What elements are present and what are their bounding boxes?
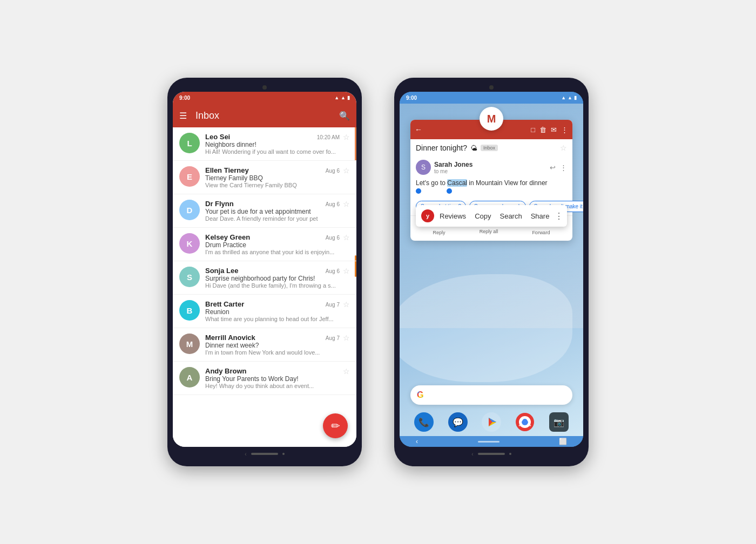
email-row-8[interactable]: A Andy Brown Bring Your Parents to Work … (173, 362, 356, 395)
back-chevron-2[interactable]: ‹ (471, 451, 473, 457)
star-icon-8[interactable]: ☆ (343, 367, 350, 376)
archive-icon[interactable]: □ (531, 126, 535, 134)
star-icon-1[interactable]: ☆ (343, 133, 350, 141)
dock-camera[interactable]: 📷 (549, 412, 569, 432)
recents-dot[interactable] (282, 453, 285, 455)
popup-more-icon[interactable]: ⋮ (555, 211, 563, 221)
avatar-4: K (179, 233, 200, 254)
recents-card: M ← □ 🗑 ✉ ⋮ Dinner tonight? (410, 120, 572, 241)
email-time-2: Aug 6 (326, 168, 340, 174)
popup-reviews[interactable]: Reviews (436, 212, 469, 220)
email-subject-8: Bring Your Parents to Work Day! (205, 375, 340, 383)
email-preview-2: View the Card Tierney Family BBQ (205, 182, 340, 188)
phone-1: 9:00 ▲ ▲ ▮ ☰ Inbox 🔍 L Leo Sei (167, 78, 362, 466)
email-row-3[interactable]: D Dr Flynn Aug 6 Your pet is due for a v… (173, 194, 356, 228)
sender-name-8: Andy Brown (205, 367, 247, 375)
star-icon-2[interactable]: ☆ (343, 166, 350, 175)
email-preview-7: I'm in town from New York and would love… (205, 349, 340, 356)
email-content-6: Brett Carter Aug 7 Reunion What time are… (205, 300, 340, 322)
reply-quick-icon[interactable]: ↩ (550, 164, 556, 172)
email-detail-header: Dinner tonight? 🌤 Inbox ☆ (410, 139, 572, 157)
battery-icon: ▮ (347, 95, 350, 100)
bottom-bar: ‹ (173, 449, 356, 459)
popup-share[interactable]: Share (528, 212, 553, 220)
nav-back-2[interactable]: ‹ (416, 438, 418, 445)
recents-dot-2[interactable] (509, 453, 511, 455)
sender-name-2: Ellen Tierney (205, 166, 249, 174)
email-time-1: 10:20 AM (317, 134, 340, 140)
hamburger-menu[interactable]: ☰ (179, 111, 187, 121)
body-text-after: in Mountain View for dinner (467, 179, 548, 187)
signal-icon: ▲ (341, 95, 346, 100)
email-row-1[interactable]: L Leo Sei 10:20 AM Neighbors dinner! Hi … (173, 127, 356, 161)
star-icon-7[interactable]: ☆ (343, 334, 350, 342)
sender-name-5: Sonja Lee (205, 267, 238, 275)
email-row-6[interactable]: B Brett Carter Aug 7 Reunion What time a… (173, 295, 356, 328)
email-row-5[interactable]: S Sonja Lee Aug 6 Surprise neighborhood … (173, 261, 356, 295)
reply-all-label: Reply all (480, 229, 498, 234)
popup-copy[interactable]: Copy (471, 212, 494, 220)
search-icon[interactable]: 🔍 (339, 111, 350, 121)
email-subject-1: Neighbors dinner! (205, 141, 340, 148)
compose-fab[interactable]: ✏ (323, 413, 348, 438)
inbox-list: L Leo Sei 10:20 AM Neighbors dinner! Hi … (173, 127, 356, 447)
dock-phone[interactable]: 📞 (414, 412, 434, 432)
avatar-1: L (179, 133, 200, 153)
gmail-toolbar: ☰ Inbox 🔍 (173, 104, 356, 127)
inbox-badge: Inbox (481, 145, 498, 151)
star-icon-3[interactable]: ☆ (343, 200, 350, 208)
detail-star-icon[interactable]: ☆ (560, 144, 567, 152)
email-row-2[interactable]: E Ellen Tierney Aug 6 Tierney Family BBQ… (173, 161, 356, 194)
email-row-7[interactable]: M Merrill Anovick Aug 7 Dinner next week… (173, 328, 356, 362)
home-pill-2[interactable] (478, 453, 505, 455)
star-icon-4[interactable]: ☆ (343, 233, 350, 242)
play-store-icon (482, 412, 501, 432)
email-preview-4: I'm as thrilled as anyone that your kid … (205, 249, 340, 255)
app-dock: 📞 💬 (407, 412, 576, 432)
sender-avatar: S (416, 160, 431, 175)
sender-full-name: Sarah Jones (434, 161, 546, 168)
email-icon[interactable]: ✉ (551, 126, 557, 134)
dock-messages[interactable]: 💬 (448, 412, 468, 432)
unread-accent (355, 127, 356, 160)
email-time-3: Aug 6 (326, 201, 340, 207)
google-g-logo: G (417, 390, 423, 400)
messages-icon: 💬 (453, 417, 463, 427)
more-icon[interactable]: ⋮ (561, 126, 568, 134)
popup-search[interactable]: Search (496, 212, 525, 220)
card-back-button[interactable]: ← (415, 125, 422, 134)
email-time-6: Aug 7 (326, 302, 340, 308)
reply-label: Reply (433, 230, 446, 235)
yelp-icon: y (421, 209, 434, 222)
email-subject-7: Dinner next week? (205, 342, 340, 349)
home-pill[interactable] (251, 453, 278, 455)
email-content-2: Ellen Tierney Aug 6 Tierney Family BBQ V… (205, 166, 340, 188)
dock-play[interactable] (482, 412, 501, 432)
email-content-8: Andy Brown Bring Your Parents to Work Da… (205, 367, 340, 389)
email-content-3: Dr Flynn Aug 6 Your pet is due for a vet… (205, 200, 340, 222)
star-icon-5[interactable]: ☆ (343, 267, 350, 275)
email-content-5: Sonja Lee Aug 6 Surprise neighborhood pa… (205, 267, 340, 289)
email-subject-2: Tierney Family BBQ (205, 174, 340, 182)
avatar-5: S (179, 267, 200, 287)
dock-chrome[interactable] (515, 412, 535, 432)
phone-notch (173, 85, 356, 90)
google-search-bar[interactable]: G (410, 385, 572, 405)
nav-home-pill-2[interactable] (478, 441, 500, 443)
nav-recents-2[interactable]: ⬜ (559, 438, 567, 445)
more-sender-icon[interactable]: ⋮ (560, 164, 567, 172)
phone-2-screen: 9:00 ▲ ▲ ▮ M ← □ (400, 92, 583, 447)
sender-action-icons: ↩ ⋮ (550, 164, 567, 172)
star-icon-6[interactable]: ☆ (343, 300, 350, 309)
email-time-4: Aug 6 (326, 235, 340, 241)
delete-icon[interactable]: 🗑 (539, 126, 546, 134)
sender-name-4: Kelsey Green (205, 233, 250, 241)
back-chevron[interactable]: ‹ (245, 451, 246, 457)
avatar-8: A (179, 367, 200, 387)
email-content-1: Leo Sei 10:20 AM Neighbors dinner! Hi Al… (205, 133, 340, 155)
email-row-4[interactable]: K Kelsey Green Aug 6 Drum Practice I'm a… (173, 228, 356, 261)
emoji-sun: 🌤 (470, 144, 477, 152)
email-time-5: Aug 6 (326, 268, 340, 274)
fluid-shape (400, 274, 572, 382)
email-content-4: Kelsey Green Aug 6 Drum Practice I'm as … (205, 233, 340, 255)
